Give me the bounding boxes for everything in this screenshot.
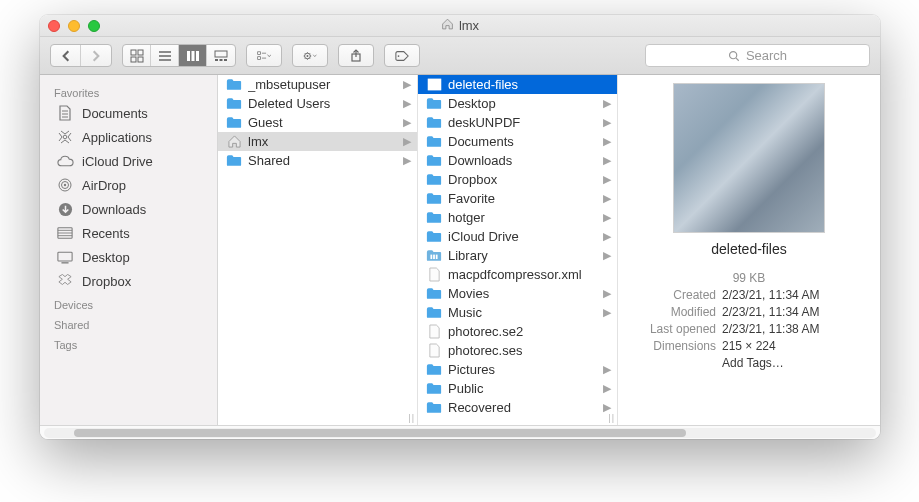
column-resize-handle[interactable]: ||: [408, 413, 415, 423]
column-1[interactable]: _mbsetupuser▶Deleted Users▶Guest▶lmx▶Sha…: [218, 75, 418, 425]
file-row[interactable]: Recovered▶: [418, 398, 617, 417]
svg-point-36: [63, 135, 67, 139]
file-row[interactable]: Deleted Users▶: [218, 94, 417, 113]
sidebar-heading-favorites: Favorites: [40, 81, 217, 101]
preview-thumbnail[interactable]: [673, 83, 825, 233]
sidebar-item-desktop[interactable]: Desktop: [40, 245, 217, 269]
file-row[interactable]: deleted-files: [418, 75, 617, 94]
file-row[interactable]: deskUNPDF▶: [418, 113, 617, 132]
file-row[interactable]: Library▶: [418, 246, 617, 265]
documents-icon: [56, 104, 74, 122]
file-row[interactable]: Pictures▶: [418, 360, 617, 379]
sidebar[interactable]: Favorites Documents Applications iCloud …: [40, 75, 218, 425]
file-row[interactable]: photorec.ses: [418, 341, 617, 360]
tags-button[interactable]: [385, 45, 419, 66]
content-area: Favorites Documents Applications iCloud …: [40, 75, 880, 425]
file-row[interactable]: hotger▶: [418, 208, 617, 227]
scrollbar-thumb[interactable]: [74, 429, 686, 437]
action-menu[interactable]: [292, 44, 328, 67]
forward-button[interactable]: [81, 45, 111, 66]
minimize-window-button[interactable]: [68, 20, 80, 32]
svg-point-19: [307, 55, 309, 57]
sidebar-item-label: Dropbox: [82, 274, 131, 289]
file-row[interactable]: Desktop▶: [418, 94, 617, 113]
sidebar-item-dropbox[interactable]: Dropbox: [40, 269, 217, 293]
svg-rect-3: [138, 57, 143, 62]
sidebar-item-icloud[interactable]: iCloud Drive: [40, 149, 217, 173]
titlebar[interactable]: lmx: [40, 15, 880, 37]
search-field[interactable]: Search: [645, 44, 870, 67]
folder-icon: [226, 153, 242, 169]
chevron-right-icon: ▶: [603, 382, 611, 395]
image-icon: [426, 77, 442, 93]
scrollbar-track[interactable]: [44, 428, 876, 438]
column-resize-handle[interactable]: ||: [608, 413, 615, 423]
file-row[interactable]: Public▶: [418, 379, 617, 398]
file-label: Shared: [248, 153, 403, 168]
folder-icon: [426, 172, 442, 188]
chevron-right-icon: ▶: [603, 211, 611, 224]
sidebar-item-downloads[interactable]: Downloads: [40, 197, 217, 221]
folder-icon: [426, 305, 442, 321]
back-button[interactable]: [51, 45, 81, 66]
file-label: photorec.se2: [448, 324, 611, 339]
preview-pane: deleted-files 99 KB Created2/23/21, 11:3…: [618, 75, 880, 425]
folder-icon: [426, 229, 442, 245]
chevron-right-icon: ▶: [403, 116, 411, 129]
file-row[interactable]: lmx▶: [218, 132, 417, 151]
file-row[interactable]: photorec.se2: [418, 322, 617, 341]
list-view-button[interactable]: [151, 45, 179, 66]
folder-icon: [426, 362, 442, 378]
horizontal-scrollbar[interactable]: [40, 425, 880, 439]
close-window-button[interactable]: [48, 20, 60, 32]
file-row[interactable]: Music▶: [418, 303, 617, 322]
svg-rect-9: [196, 51, 199, 61]
sidebar-heading-devices: Devices: [40, 293, 217, 313]
downloads-icon: [56, 200, 74, 218]
file-row[interactable]: Shared▶: [218, 151, 417, 170]
file-label: Recovered: [448, 400, 603, 415]
file-row[interactable]: Guest▶: [218, 113, 417, 132]
file-label: Documents: [448, 134, 603, 149]
sidebar-item-label: Downloads: [82, 202, 146, 217]
file-row[interactable]: iCloud Drive▶: [418, 227, 617, 246]
sidebar-item-applications[interactable]: Applications: [40, 125, 217, 149]
column-view-button[interactable]: [179, 45, 207, 66]
file-row[interactable]: Documents▶: [418, 132, 617, 151]
file-row[interactable]: Dropbox▶: [418, 170, 617, 189]
recents-icon: [56, 224, 74, 242]
dropbox-icon: [56, 272, 74, 290]
chevron-right-icon: ▶: [403, 135, 411, 148]
sidebar-item-label: AirDrop: [82, 178, 126, 193]
sidebar-heading-tags: Tags: [40, 333, 217, 353]
file-row[interactable]: Movies▶: [418, 284, 617, 303]
share-button[interactable]: [339, 45, 373, 66]
action-button[interactable]: [293, 45, 327, 66]
sidebar-item-label: iCloud Drive: [82, 154, 153, 169]
group-by-button[interactable]: [247, 45, 281, 66]
zoom-window-button[interactable]: [88, 20, 100, 32]
add-tags-link[interactable]: Add Tags…: [722, 355, 784, 372]
sidebar-item-recents[interactable]: Recents: [40, 221, 217, 245]
library-icon: [426, 248, 442, 264]
svg-point-39: [64, 184, 66, 186]
preview-tags-row: Add Tags…: [632, 355, 866, 372]
folder-icon: [426, 115, 442, 131]
preview-meta-row: Dimensions215 × 224: [632, 338, 866, 355]
file-row[interactable]: macpdfcompressor.xml: [418, 265, 617, 284]
group-by-menu[interactable]: [246, 44, 282, 67]
folder-icon: [426, 134, 442, 150]
chevron-right-icon: ▶: [603, 249, 611, 262]
preview-meta-key: Dimensions: [632, 338, 722, 355]
file-row[interactable]: _mbsetupuser▶: [218, 75, 417, 94]
sidebar-item-airdrop[interactable]: AirDrop: [40, 173, 217, 197]
column-2[interactable]: deleted-filesDesktop▶deskUNPDF▶Documents…: [418, 75, 618, 425]
gallery-view-button[interactable]: [207, 45, 235, 66]
svg-rect-10: [215, 51, 227, 57]
svg-line-32: [736, 57, 739, 60]
file-row[interactable]: Downloads▶: [418, 151, 617, 170]
sidebar-item-documents[interactable]: Documents: [40, 101, 217, 125]
icon-view-button[interactable]: [123, 45, 151, 66]
folder-icon: [426, 210, 442, 226]
file-row[interactable]: Favorite▶: [418, 189, 617, 208]
